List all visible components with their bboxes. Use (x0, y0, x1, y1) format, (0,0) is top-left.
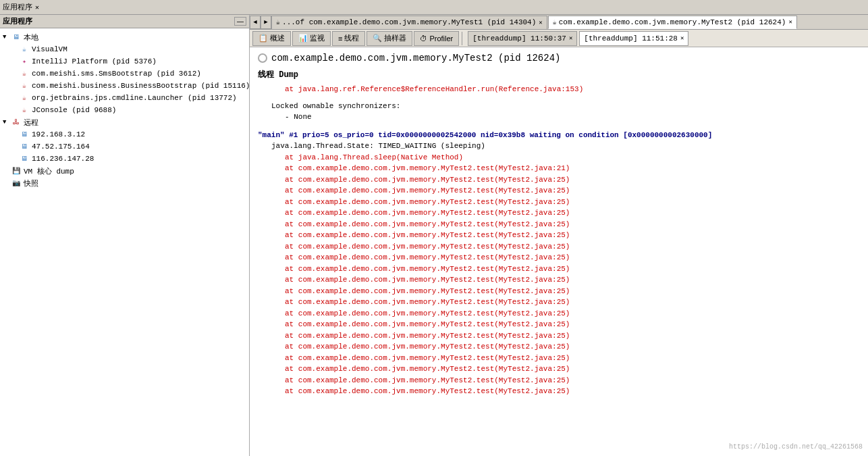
content-area: com.example.demo.com.jvm.memory.MyTest2 … (250, 47, 868, 456)
left-panel-title: 应用程序 (3, 16, 32, 26)
remote-icon: 🖧 (11, 117, 22, 128)
stack-line-16: at com.example.demo.com.jvm.memory.MyTes… (258, 353, 860, 364)
tree-snapshot[interactable]: 📷 快照 (0, 177, 249, 189)
business-icon: ☕ (19, 80, 30, 91)
tab-nav-left-button[interactable]: ◀ (250, 16, 261, 29)
stack-line-2: at com.example.demo.com.jvm.memory.MyTes… (258, 197, 860, 208)
left-panel: 应用程序 — ▼ 🖥 本地 ☕ VisualVM ✦ IntelliJ Plat… (0, 15, 250, 456)
tree-item-ip1[interactable]: 🖥 192.168.3.12 (0, 128, 249, 141)
sampler-button[interactable]: 🔍 抽样器 (367, 31, 412, 46)
tree-item-jconsole[interactable]: ☕ JConsole (pid 9688) (0, 104, 249, 116)
threads-button[interactable]: ≡ 线程 (332, 31, 365, 46)
profiler-icon: ⏱ (420, 34, 427, 43)
app-title: 应用程序 (3, 2, 32, 12)
mytest2-21-line: at com.example.demo.com.jvm.memory.MyTes… (258, 163, 860, 174)
visualvm-icon: ☕ (19, 44, 30, 55)
stack-line-7: at com.example.demo.com.jvm.memory.MyTes… (258, 252, 860, 263)
tree-item-ip3[interactable]: 🖥 116.236.147.28 (0, 153, 249, 165)
none-line: - None (258, 111, 860, 123)
tree-item-sms[interactable]: ☕ com.meishi.sms.SmsBootstrap (pid 3612) (0, 68, 249, 80)
vmcore-section: 💾 VM 核心 dump (0, 165, 249, 177)
tree-item-visualvm[interactable]: ☕ VisualVM (0, 43, 249, 55)
mytest2-tab-label: com.example.demo.com.jvm.memory.MyTest2 … (559, 18, 786, 26)
profiler-button[interactable]: ⏱ Profiler (414, 31, 459, 46)
stack-line-0: at com.example.demo.com.jvm.memory.MyTes… (258, 174, 860, 186)
minimize-left-panel-button[interactable]: — (234, 17, 246, 26)
stack-line-18: at com.example.demo.com.jvm.memory.MyTes… (258, 375, 860, 386)
main-thread-line: "main" #1 prio=5 os_prio=0 tid=0x0000000… (258, 130, 860, 141)
threaddump-tab1[interactable]: [threaddump] 11:50:37 ✕ (468, 31, 577, 46)
stack-line-19: at com.example.demo.com.jvm.memory.MyTes… (258, 386, 860, 397)
stack-line-3: at com.example.demo.com.jvm.memory.MyTes… (258, 207, 860, 219)
tree-remote-root[interactable]: ▼ 🖧 远程 (0, 116, 249, 128)
tree-item-business[interactable]: ☕ com.meishi.business.BusinessBootstrap … (0, 80, 249, 92)
mytest1-tab-close-button[interactable]: ✕ (539, 19, 542, 26)
process-title: com.example.demo.com.jvm.memory.MyTest2 … (258, 53, 860, 64)
stack-line-17: at com.example.demo.com.jvm.memory.MyTes… (258, 363, 860, 375)
threaddump2-close-button[interactable]: ✕ (680, 34, 684, 42)
snapshot-icon: 📷 (11, 178, 22, 188)
ip2-icon: 🖥 (19, 141, 30, 152)
sampler-icon: 🔍 (373, 34, 382, 43)
reference-handler-line: at java.lang.ref.Reference$ReferenceHand… (258, 84, 860, 95)
stack-line-14: at com.example.demo.com.jvm.memory.MyTes… (258, 330, 860, 342)
toolbar: 📋 概述 📊 监视 ≡ 线程 🔍 抽样器 ⏱ Profiler [threa (250, 30, 868, 47)
snapshot-section: 📷 快照 (0, 177, 249, 189)
main-layout: 应用程序 — ▼ 🖥 本地 ☕ VisualVM ✦ IntelliJ Plat… (0, 15, 868, 456)
stack-line-5: at com.example.demo.com.jvm.memory.MyTes… (258, 230, 860, 241)
mytest2-tab-close-button[interactable]: ✕ (788, 18, 792, 26)
local-section: ▼ 🖥 本地 ☕ VisualVM ✦ IntelliJ Platform (p… (0, 31, 249, 116)
left-panel-header: 应用程序 — (0, 15, 249, 28)
right-panel: ◀ ▶ ☕ ...of com.example.demo.com.jvm.mem… (250, 15, 868, 456)
top-bar: 应用程序 ✕ (0, 0, 868, 15)
tab-mytest1[interactable]: ☕ ...of com.example.demo.com.jvm.memory.… (271, 16, 547, 29)
tree-item-launcher[interactable]: ☕ org.jetbrains.jps.cmdline.Launcher (pi… (0, 92, 249, 104)
section-header: 线程 Dump (258, 69, 860, 81)
stack-line-8: at com.example.demo.com.jvm.memory.MyTes… (258, 263, 860, 275)
stack-line-12: at com.example.demo.com.jvm.memory.MyTes… (258, 308, 860, 320)
stack-line-15: at com.example.demo.com.jvm.memory.MyTes… (258, 341, 860, 353)
stack-line-11: at com.example.demo.com.jvm.memory.MyTes… (258, 297, 860, 308)
monitor-icon: 📊 (298, 34, 308, 43)
repeated-stack-lines: at com.example.demo.com.jvm.memory.MyTes… (258, 174, 860, 397)
tree-item-intellij[interactable]: ✦ IntelliJ Platform (pid 5376) (0, 55, 249, 68)
stack-line-13: at com.example.demo.com.jvm.memory.MyTes… (258, 319, 860, 330)
overview-button[interactable]: 📋 概述 (252, 31, 291, 46)
stack-line-4: at com.example.demo.com.jvm.memory.MyTes… (258, 219, 860, 230)
threaddump1-close-button[interactable]: ✕ (569, 34, 572, 42)
threaddump2-label: [threaddump] 11:51:28 (584, 34, 678, 43)
threaddump1-label: [threaddump] 11:50:37 (472, 34, 566, 43)
tree-item-ip2[interactable]: 🖥 47.52.175.164 (0, 141, 249, 153)
toolbar-separator (462, 32, 462, 45)
vmcore-icon: 💾 (11, 166, 22, 176)
stack-line-9: at com.example.demo.com.jvm.memory.MyTes… (258, 274, 860, 286)
remote-section: ▼ 🖧 远程 🖥 192.168.3.12 🖥 47.52.175.164 🖥 … (0, 116, 249, 165)
tab-bar-top: ◀ ▶ ☕ ...of com.example.demo.com.jvm.mem… (250, 15, 868, 30)
tab-mytest2[interactable]: ☕ com.example.demo.com.jvm.memory.MyTest… (548, 16, 797, 29)
process-status-circle (258, 53, 267, 63)
tree-area: ▼ 🖥 本地 ☕ VisualVM ✦ IntelliJ Platform (p… (0, 28, 249, 456)
stack-line-10: at com.example.demo.com.jvm.memory.MyTes… (258, 286, 860, 297)
ip3-icon: 🖥 (19, 153, 30, 164)
locked-line: Locked ownable synchronizers: (258, 101, 860, 112)
close-icon[interactable]: ✕ (35, 3, 39, 11)
overview-icon: 📋 (259, 34, 268, 43)
tree-vmcore[interactable]: 💾 VM 核心 dump (0, 165, 249, 177)
ip1-icon: 🖥 (19, 129, 30, 140)
monitor-button[interactable]: 📊 监视 (292, 31, 331, 46)
tab-nav-right-button[interactable]: ▶ (261, 16, 271, 29)
tree-local-root[interactable]: ▼ 🖥 本地 (0, 31, 249, 43)
sms-icon: ☕ (19, 68, 30, 79)
mytest1-tab-icon: ☕ (276, 18, 280, 26)
launcher-icon: ☕ (19, 93, 30, 103)
native-sleep-line: at java.lang.Thread.sleep(Native Method) (258, 152, 860, 163)
jconsole-icon: ☕ (19, 105, 30, 116)
threaddump-tab2[interactable]: [threaddump] 11:51:28 ✕ (579, 31, 688, 46)
stack-line-1: at com.example.demo.com.jvm.memory.MyTes… (258, 185, 860, 197)
mytest2-tab-icon: ☕ (553, 18, 557, 26)
threads-icon: ≡ (338, 34, 342, 43)
intellij-icon: ✦ (19, 56, 30, 67)
local-icon: 🖥 (11, 32, 22, 43)
mytest1-tab-label: ...of com.example.demo.com.jvm.memory.My… (282, 18, 536, 26)
thread-state-line: java.lang.Thread.State: TIMED_WAITING (s… (258, 141, 860, 152)
